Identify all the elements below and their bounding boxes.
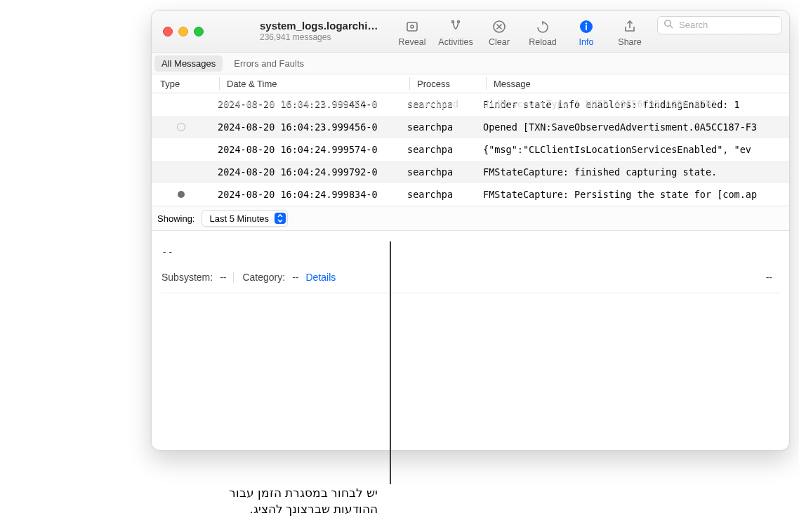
reveal-button[interactable]: Reveal xyxy=(390,16,434,47)
column-date[interactable]: Date & Time xyxy=(220,79,409,89)
share-button[interactable]: Share xyxy=(608,16,652,47)
cell-message: FMStateCapture: finished capturing state… xyxy=(476,166,789,178)
cell-process: searchpa xyxy=(400,189,476,200)
details-link[interactable]: Details xyxy=(306,272,336,283)
detail-right-value: -- xyxy=(766,272,772,283)
cell-message: {"msg":"CLClientIsLocationServicesEnable… xyxy=(476,144,789,155)
cell-date: 2024-08-20 16:04:23.999456-0 xyxy=(211,121,400,133)
table-row[interactable]: 2024-08-20 16:04:24.999574-0 searchpa {"… xyxy=(152,138,789,161)
showing-label: Showing: xyxy=(157,213,194,224)
cell-process: searchpa xyxy=(400,144,476,155)
showing-value: Last 5 Minutes xyxy=(209,213,269,224)
filter-errors-and-faults[interactable]: Errors and Faults xyxy=(227,55,311,72)
cell-date: 2024-08-20 16:04:24.999792-0 xyxy=(211,166,400,178)
cell-date: 2024-08-20 16:04:23.999454-0 xyxy=(211,99,400,110)
window-subtitle: 236,941 messages xyxy=(260,33,378,43)
titlebar: system_logs.logarchi… 236,941 messages R… xyxy=(152,11,789,53)
type-dot-icon xyxy=(178,191,185,198)
cell-message: Opened [TXN:SaveObservedAdvertisment.0A5… xyxy=(476,121,789,133)
svg-point-8 xyxy=(665,20,671,26)
detail-category-value: -- xyxy=(292,272,298,283)
reload-icon xyxy=(521,16,564,37)
clear-icon xyxy=(477,16,521,37)
search-field[interactable] xyxy=(678,19,776,31)
column-type[interactable]: Type xyxy=(152,79,219,89)
filter-bar: All Messages Errors and Faults xyxy=(152,53,789,74)
clear-button[interactable]: Clear xyxy=(477,16,521,47)
cell-message: FMStateCapture: Persisting the state for… xyxy=(476,189,789,200)
share-icon xyxy=(608,16,652,37)
showing-popup[interactable]: Last 5 Minutes xyxy=(202,210,288,227)
reveal-icon xyxy=(390,16,434,37)
cell-process: searchpa xyxy=(400,121,476,133)
close-icon[interactable] xyxy=(163,27,173,36)
column-message[interactable]: Message xyxy=(487,79,789,89)
svg-rect-0 xyxy=(407,22,417,31)
detail-category-label: Category: xyxy=(233,272,285,283)
svg-point-1 xyxy=(411,25,414,28)
traffic-lights xyxy=(163,27,204,36)
toolbar: Reveal Activities Clear xyxy=(390,16,782,47)
column-process[interactable]: Process xyxy=(410,79,486,89)
callout-text: יש לבחור במסגרת הזמן עבור ההודעות שברצונ… xyxy=(229,486,378,518)
detail-pane: -- Subsystem: -- Category: -- Details -- xyxy=(152,231,789,293)
table-row[interactable]: 2024-08-20 16:04:23.999454-0 searchpa Fi… xyxy=(152,93,789,116)
cell-process: searchpa xyxy=(400,166,476,178)
cell-process: searchpa xyxy=(400,99,476,110)
table-row[interactable]: 2024-08-20 16:04:24.999792-0 searchpa FM… xyxy=(152,161,789,183)
table-row[interactable]: 2024-08-20 16:04:23.999456-0 searchpa Op… xyxy=(152,116,789,138)
type-dot-icon xyxy=(177,123,185,131)
log-rows: 2024-08-20 16:04:23.999454-0 searchpa Fi… xyxy=(152,93,789,206)
detail-subsystem-value: -- xyxy=(220,272,226,283)
cell-message: Finder state info enablers: findingEnabl… xyxy=(476,99,789,110)
minimize-icon[interactable] xyxy=(178,27,188,36)
search-input[interactable] xyxy=(657,16,782,34)
callout-line xyxy=(390,241,391,484)
table-header: Type Date & Time Process Message xyxy=(152,74,789,93)
chevron-updown-icon xyxy=(275,213,286,224)
zoom-icon[interactable] xyxy=(194,27,204,36)
activities-icon xyxy=(434,16,477,37)
cell-date: 2024-08-20 16:04:24.999574-0 xyxy=(211,144,400,155)
svg-point-7 xyxy=(586,22,587,24)
showing-bar: Showing: Last 5 Minutes xyxy=(152,206,789,231)
cell-date: 2024-08-20 16:04:24.999834-0 xyxy=(211,189,400,200)
detail-dashes: -- xyxy=(161,246,779,258)
info-button[interactable]: Info xyxy=(564,16,608,47)
reload-button[interactable]: Reload xyxy=(521,16,564,47)
window-title: system_logs.logarchi… xyxy=(260,20,378,32)
console-window: system_logs.logarchi… 236,941 messages R… xyxy=(151,10,790,451)
search-icon xyxy=(663,19,673,32)
detail-subsystem-label: Subsystem: xyxy=(161,272,213,283)
filter-all-messages[interactable]: All Messages xyxy=(154,55,223,72)
svg-rect-6 xyxy=(586,25,587,30)
activities-button[interactable]: Activities xyxy=(434,16,477,47)
info-icon xyxy=(564,16,608,37)
table-row[interactable]: 2024-08-20 16:04:24.999834-0 searchpa FM… xyxy=(152,183,789,206)
